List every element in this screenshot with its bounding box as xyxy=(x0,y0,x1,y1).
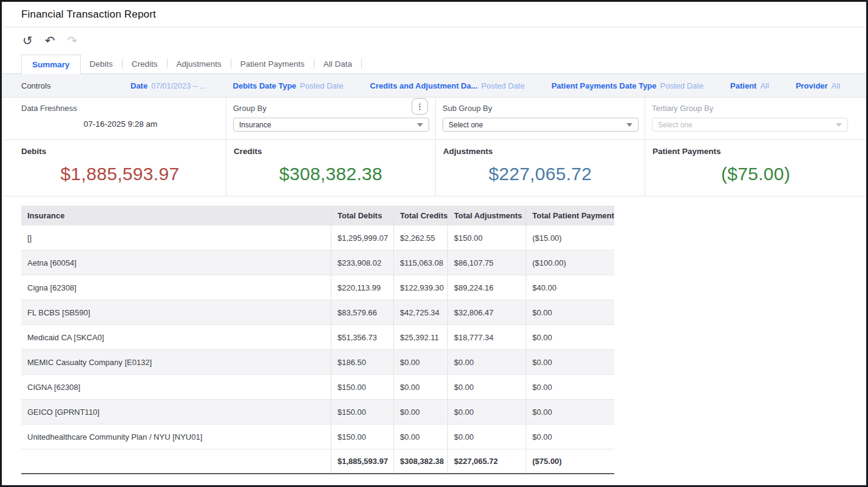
control-value: Posted Date xyxy=(660,81,704,90)
column-header-total-adjustments[interactable]: Total Adjustments xyxy=(447,206,526,226)
cell-total-adjustments: $0.00 xyxy=(447,425,526,449)
controls-label: Controls xyxy=(21,81,131,90)
data-freshness-label: Data Freshness xyxy=(21,104,220,113)
redo-icon: ↷ xyxy=(67,34,78,47)
table-row[interactable]: Aetna [60054] $233,908.02 $115,063.08 $8… xyxy=(21,250,614,275)
cell-total-patient-payments: $40.00 xyxy=(526,275,614,300)
control-name: Provider xyxy=(796,81,828,90)
undo-icon: ↶ xyxy=(45,34,55,47)
cell-total-credits: $122,939.30 xyxy=(393,275,447,300)
cell-insurance: Aetna [60054] xyxy=(21,258,331,267)
sub-group-by-select[interactable]: Select one xyxy=(442,118,639,132)
column-header-total-patient-payments[interactable]: Total Patient Payments xyxy=(526,206,614,226)
table-row[interactable]: MEMIC Casualty Company [E0132] $186.50 $… xyxy=(21,350,614,375)
group-by-label: Group By xyxy=(233,104,429,113)
sub-group-by-panel: Sub Group By Select one xyxy=(435,98,645,139)
totals-cell-total-adjustments: $227,065.72 xyxy=(447,449,526,473)
reset-icon: ↺ xyxy=(22,34,33,47)
cell-total-debits: $51,356.73 xyxy=(331,325,393,349)
table-row[interactable]: GEICO [GPRNT110] $150.00 $0.00 $0.00 $0.… xyxy=(21,400,614,425)
cell-total-credits: $0.00 xyxy=(393,425,447,449)
table-row[interactable]: Cigna [62308] $220,113.99 $122,939.30 $8… xyxy=(21,275,614,300)
cell-total-patient-payments: $0.00 xyxy=(526,350,614,374)
tab-adjustments[interactable]: Adjustments xyxy=(168,55,231,73)
tab-all-data[interactable]: All Data xyxy=(314,55,361,73)
column-header-total-debits[interactable]: Total Debits xyxy=(331,206,393,226)
sub-group-by-label: Sub Group By xyxy=(442,104,639,113)
kebab-menu-button[interactable]: ⋮ xyxy=(412,98,428,115)
table-totals-row: $1,885,593.97 $308,382.38 $227,065.72 ($… xyxy=(21,449,614,474)
cell-total-adjustments: $86,107.75 xyxy=(447,250,526,275)
control-credits-adjustment-date-type[interactable]: Credits and Adjustment Da... Posted Date xyxy=(370,81,525,90)
caret-down-icon xyxy=(417,123,423,127)
kebab-icon: ⋮ xyxy=(416,102,424,111)
table-row[interactable]: Unitedhealthcare Community Plan / NYU [N… xyxy=(21,425,614,449)
tertiary-group-by-select: Select one xyxy=(652,118,848,132)
title-bar: Financial Transaction Report xyxy=(2,2,866,27)
cell-insurance: Medicaid CA [SKCA0] xyxy=(21,333,331,342)
cell-total-credits: $0.00 xyxy=(393,400,447,424)
debits-card-label: Debits xyxy=(21,147,219,156)
table-row[interactable]: FL BCBS [SB590] $83,579.66 $42,725.34 $3… xyxy=(21,300,614,325)
cell-total-patient-payments: $0.00 xyxy=(526,325,614,349)
cell-total-credits: $2,262.55 xyxy=(393,226,447,250)
caret-down-icon xyxy=(626,123,632,127)
control-patient-payments-date-type[interactable]: Patient Payments Date Type Posted Date xyxy=(551,81,704,90)
cell-total-patient-payments: $0.00 xyxy=(526,300,614,324)
cell-total-adjustments: $150.00 xyxy=(447,226,526,250)
table-row[interactable]: Medicaid CA [SKCA0] $51,356.73 $25,392.1… xyxy=(21,325,614,350)
undo-button[interactable]: ↶ xyxy=(42,33,58,48)
adjustments-card-value: $227,065.72 xyxy=(443,164,637,184)
control-value: Posted Date xyxy=(481,81,525,90)
control-provider[interactable]: Provider All xyxy=(796,81,840,90)
tab-patient-payments[interactable]: Patient Payments xyxy=(231,55,314,73)
tertiary-group-by-label: Tertiary Group By xyxy=(652,104,860,113)
group-by-select[interactable]: Insurance xyxy=(233,118,429,132)
tab-debits[interactable]: Debits xyxy=(81,55,122,73)
tab-summary[interactable]: Summary xyxy=(21,55,81,74)
reset-button[interactable]: ↺ xyxy=(20,33,35,48)
cell-insurance: MEMIC Casualty Company [E0132] xyxy=(21,358,331,367)
cell-total-debits: $233,908.02 xyxy=(331,250,393,275)
cell-total-patient-payments: ($100.00) xyxy=(526,250,614,275)
control-date[interactable]: Date 07/01/2023 – ... xyxy=(131,81,206,90)
cell-insurance: FL BCBS [SB590] xyxy=(21,308,331,317)
summary-cards-row: Debits $1,885,593.97 Credits $308,382.38… xyxy=(2,140,866,196)
cell-total-debits: $150.00 xyxy=(331,425,393,449)
adjustments-card-label: Adjustments xyxy=(443,147,637,156)
control-value: All xyxy=(760,81,768,90)
cell-insurance: GEICO [GPRNT110] xyxy=(21,408,331,417)
credits-card: Credits $308,382.38 xyxy=(226,140,435,196)
summary-table: Insurance Total Debits Total Credits Tot… xyxy=(21,206,614,474)
redo-button[interactable]: ↷ xyxy=(65,33,80,48)
control-patient[interactable]: Patient All xyxy=(730,81,769,90)
control-value: All xyxy=(832,81,840,90)
cell-total-credits: $25,392.11 xyxy=(393,325,447,349)
cell-total-debits: $150.00 xyxy=(331,375,393,399)
cell-total-debits: $1,295,999.07 xyxy=(331,226,393,250)
cell-total-adjustments: $0.00 xyxy=(447,400,526,424)
control-name: Patient Payments Date Type xyxy=(551,81,656,90)
cell-total-adjustments: $18,777.34 xyxy=(447,325,526,349)
cell-total-patient-payments: $0.00 xyxy=(526,375,614,399)
tab-credits[interactable]: Credits xyxy=(123,55,167,73)
cell-total-credits: $0.00 xyxy=(393,350,447,374)
cell-insurance: [] xyxy=(21,233,331,243)
cell-total-credits: $42,725.34 xyxy=(393,300,447,324)
cell-total-adjustments: $89,224.16 xyxy=(447,275,526,300)
adjustments-card: Adjustments $227,065.72 xyxy=(435,140,645,196)
cell-total-credits: $115,063.08 xyxy=(393,250,447,275)
table-body: [] $1,295,999.07 $2,262.55 $150.00 ($15.… xyxy=(21,226,614,449)
table-row[interactable]: [] $1,295,999.07 $2,262.55 $150.00 ($15.… xyxy=(21,226,614,250)
tab-divider xyxy=(361,59,362,69)
control-name: Patient xyxy=(730,81,756,90)
table-header-row: Insurance Total Debits Total Credits Tot… xyxy=(21,206,614,226)
cell-total-debits: $83,579.66 xyxy=(331,300,393,324)
control-debits-date-type[interactable]: Debits Date Type Posted Date xyxy=(233,81,344,90)
controls-bar: Controls Date 07/01/2023 – ... Debits Da… xyxy=(2,73,866,98)
table-row[interactable]: CIGNA [62308] $150.00 $0.00 $0.00 $0.00 xyxy=(21,375,614,400)
toolbar: ↺ ↶ ↷ xyxy=(2,27,866,54)
column-header-total-credits[interactable]: Total Credits xyxy=(393,206,447,226)
column-header-insurance[interactable]: Insurance xyxy=(21,211,331,220)
control-name: Credits and Adjustment Da... xyxy=(370,81,478,90)
